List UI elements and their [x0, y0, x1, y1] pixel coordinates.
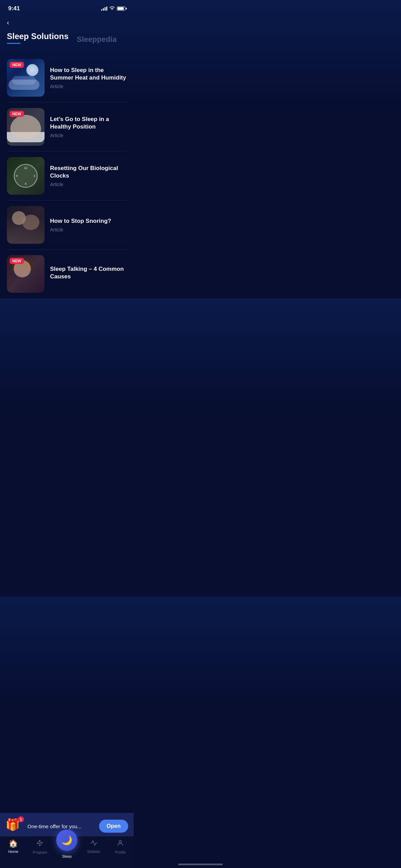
article-thumbnail: NEW	[7, 59, 45, 97]
article-info: How to Stop Snoring? Article	[50, 217, 127, 232]
article-title: Let's Go to Sleep in a Healthy Position	[50, 116, 127, 131]
tab-bar-header: Sleep Solutions Sleeppedia	[7, 32, 127, 47]
article-item[interactable]: 12 6 9 3 Resetting Our Biological Clocks…	[7, 152, 127, 201]
article-thumbnail: NEW	[7, 255, 45, 293]
article-thumbnail	[7, 206, 45, 244]
article-thumbnail: NEW	[7, 108, 45, 146]
article-type: Article	[50, 227, 127, 232]
back-arrow-icon: ‹	[7, 19, 9, 26]
article-info: Resetting Our Biological Clocks Article	[50, 165, 127, 187]
signal-icon	[101, 7, 107, 11]
article-info: Sleep Talking – 4 Common Causes	[50, 265, 127, 282]
article-list: NEW How to Sleep in the Summer Heat and …	[0, 47, 134, 298]
article-info: How to Sleep in the Summer Heat and Humi…	[50, 67, 127, 89]
status-time: 9:41	[8, 5, 20, 12]
article-item[interactable]: NEW Sleep Talking – 4 Common Causes	[7, 250, 127, 298]
new-badge: NEW	[10, 111, 24, 117]
article-title: Sleep Talking – 4 Common Causes	[50, 265, 127, 280]
status-icons	[101, 6, 125, 11]
article-title: How to Sleep in the Summer Heat and Humi…	[50, 67, 127, 82]
battery-icon	[117, 7, 125, 11]
back-button[interactable]: ‹	[0, 15, 134, 28]
article-type: Article	[50, 84, 127, 89]
new-badge: NEW	[10, 258, 24, 264]
status-bar: 9:41	[0, 0, 134, 15]
article-item[interactable]: NEW How to Sleep in the Summer Heat and …	[7, 53, 127, 103]
header: Sleep Solutions Sleeppedia	[0, 28, 134, 47]
article-info: Let's Go to Sleep in a Healthy Position …	[50, 116, 127, 138]
tab-sleeppedia[interactable]: Sleeppedia	[77, 35, 117, 44]
wifi-icon	[109, 6, 115, 11]
article-title: Resetting Our Biological Clocks	[50, 165, 127, 180]
article-title: How to Stop Snoring?	[50, 217, 127, 225]
article-type: Article	[50, 133, 127, 138]
article-type: Article	[50, 182, 127, 187]
article-item[interactable]: How to Stop Snoring? Article	[7, 201, 127, 250]
article-item[interactable]: NEW Let's Go to Sleep in a Healthy Posit…	[7, 103, 127, 152]
new-badge: NEW	[10, 62, 24, 68]
tab-sleep-solutions[interactable]: Sleep Solutions	[7, 32, 69, 44]
clock-icon: 12 6 9 3	[14, 164, 38, 188]
article-thumbnail: 12 6 9 3	[7, 157, 45, 195]
